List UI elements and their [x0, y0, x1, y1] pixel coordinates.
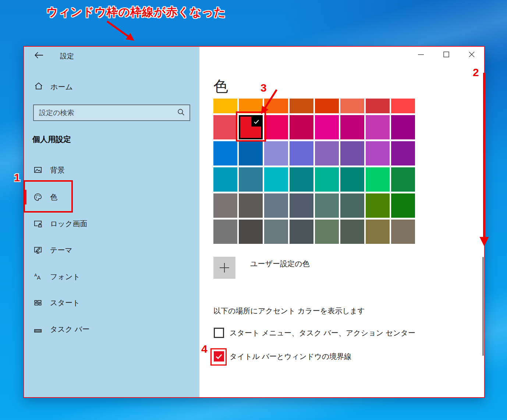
- sidebar-section-header: 個人用設定: [32, 134, 71, 145]
- color-swatch[interactable]: [366, 99, 390, 113]
- start-tiles-icon: [33, 298, 43, 307]
- color-swatch[interactable]: [340, 115, 364, 139]
- theme-icon: [33, 245, 43, 255]
- sidebar-item-label: タスク バー: [50, 324, 89, 334]
- color-swatch[interactable]: [213, 167, 237, 192]
- color-swatch[interactable]: [366, 193, 390, 218]
- sidebar-item-label: テーマ: [50, 245, 72, 255]
- sidebar-item-start[interactable]: スタート: [33, 295, 188, 311]
- back-arrow-icon: [34, 50, 44, 60]
- sidebar-item-label: スタート: [50, 298, 80, 308]
- annotation-step-2: 2: [473, 66, 479, 79]
- lock-screen-icon: [33, 219, 43, 228]
- color-swatch[interactable]: [366, 115, 390, 139]
- color-swatch[interactable]: [340, 167, 364, 192]
- color-swatch[interactable]: [290, 99, 313, 113]
- annotation-note-text: ウィンドウ枠の枠線が赤くなった: [46, 4, 226, 20]
- color-swatch[interactable]: [366, 220, 390, 244]
- search-input[interactable]: [38, 108, 177, 117]
- color-swatch[interactable]: [290, 193, 313, 218]
- annotation-step-3: 3: [260, 82, 267, 94]
- close-icon: [468, 51, 475, 58]
- sidebar-item-label: ホーム: [50, 82, 73, 92]
- color-swatch[interactable]: [391, 99, 415, 113]
- color-swatch[interactable]: [391, 141, 415, 165]
- color-swatch[interactable]: [213, 141, 237, 165]
- color-swatch[interactable]: [264, 141, 288, 165]
- color-swatch[interactable]: [290, 220, 313, 244]
- annotation-box-colors-nav: [24, 180, 73, 213]
- checkbox-start-taskbar[interactable]: [214, 328, 224, 338]
- taskbar-icon: [33, 324, 43, 334]
- vertical-scrollbar-thumb[interactable]: [482, 257, 484, 356]
- sidebar-item-taskbar[interactable]: タスク バー: [33, 321, 188, 337]
- color-swatch[interactable]: [290, 167, 313, 192]
- color-swatch[interactable]: [340, 193, 364, 218]
- color-swatch[interactable]: [315, 141, 339, 165]
- home-icon: [34, 81, 43, 92]
- color-swatch[interactable]: [264, 220, 288, 244]
- settings-sidebar: 設定 ホーム 個人用設定 背景: [24, 47, 199, 397]
- sidebar-item-lock-screen[interactable]: ロック画面: [33, 216, 188, 232]
- color-swatch[interactable]: [366, 167, 390, 192]
- color-swatch[interactable]: [239, 141, 263, 165]
- sidebar-item-label: フォント: [50, 272, 80, 282]
- color-swatch[interactable]: [340, 99, 364, 113]
- background-image-icon: [33, 165, 43, 175]
- color-swatch[interactable]: [264, 99, 288, 113]
- checkbox-label: スタート メニュー、タスク バー、アクション センター: [230, 328, 415, 338]
- back-button[interactable]: [34, 50, 44, 60]
- color-swatch[interactable]: [340, 141, 364, 165]
- color-swatch[interactable]: [213, 193, 237, 218]
- color-swatch[interactable]: [391, 193, 415, 218]
- annotation-step-1: 1: [14, 171, 20, 184]
- settings-search-box: [33, 104, 190, 121]
- custom-color-label: ユーザー設定の色: [250, 259, 309, 269]
- color-swatch[interactable]: [213, 115, 237, 139]
- sidebar-item-home[interactable]: ホーム: [34, 81, 73, 92]
- color-swatch[interactable]: [315, 167, 339, 192]
- annotation-step-4: 4: [201, 343, 208, 355]
- color-swatch[interactable]: [239, 193, 263, 218]
- sidebar-item-themes[interactable]: テーマ: [33, 242, 188, 258]
- window-caption-buttons: [408, 47, 484, 62]
- minimize-button[interactable]: [408, 47, 433, 62]
- color-swatch[interactable]: [340, 220, 364, 244]
- color-swatch[interactable]: [264, 193, 288, 218]
- minimize-icon: [418, 51, 424, 58]
- search-icon: [177, 108, 185, 118]
- color-swatch[interactable]: [213, 99, 237, 113]
- maximize-icon: [443, 51, 450, 58]
- color-swatch[interactable]: [290, 115, 313, 139]
- color-swatch[interactable]: [239, 220, 263, 244]
- settings-window: 設定 ホーム 個人用設定 背景: [23, 46, 485, 398]
- annotation-box-selected-swatch: [236, 111, 266, 142]
- color-swatch[interactable]: [290, 141, 313, 165]
- color-swatch[interactable]: [239, 99, 263, 113]
- sidebar-item-fonts[interactable]: AA フォント: [33, 268, 188, 285]
- close-button[interactable]: [459, 47, 484, 62]
- sidebar-item-background[interactable]: 背景: [33, 162, 188, 178]
- color-swatch[interactable]: [239, 167, 263, 192]
- sidebar-item-label: ロック画面: [50, 219, 87, 229]
- color-swatch[interactable]: [391, 115, 415, 139]
- plus-icon: [218, 261, 231, 274]
- color-swatch[interactable]: [366, 141, 390, 165]
- checkbox-label: タイトル バーとウィンドウの境界線: [230, 352, 351, 362]
- color-swatch[interactable]: [264, 167, 288, 192]
- sidebar-item-label: 背景: [50, 165, 65, 175]
- fonts-icon: AA: [33, 272, 43, 281]
- color-swatch[interactable]: [213, 220, 237, 244]
- custom-color-button[interactable]: [213, 257, 235, 279]
- color-swatch[interactable]: [315, 115, 339, 139]
- color-swatch[interactable]: [391, 167, 415, 192]
- color-swatch[interactable]: [264, 115, 288, 139]
- color-swatch[interactable]: [315, 193, 339, 218]
- color-swatch[interactable]: [315, 99, 339, 113]
- checkbox-row-start-taskbar: スタート メニュー、タスク バー、アクション センター: [214, 328, 415, 338]
- color-swatch[interactable]: [391, 220, 415, 244]
- annotation-box-checkbox: [210, 348, 227, 366]
- color-swatch[interactable]: [315, 220, 339, 244]
- svg-text:A: A: [37, 274, 41, 281]
- maximize-button[interactable]: [433, 47, 459, 62]
